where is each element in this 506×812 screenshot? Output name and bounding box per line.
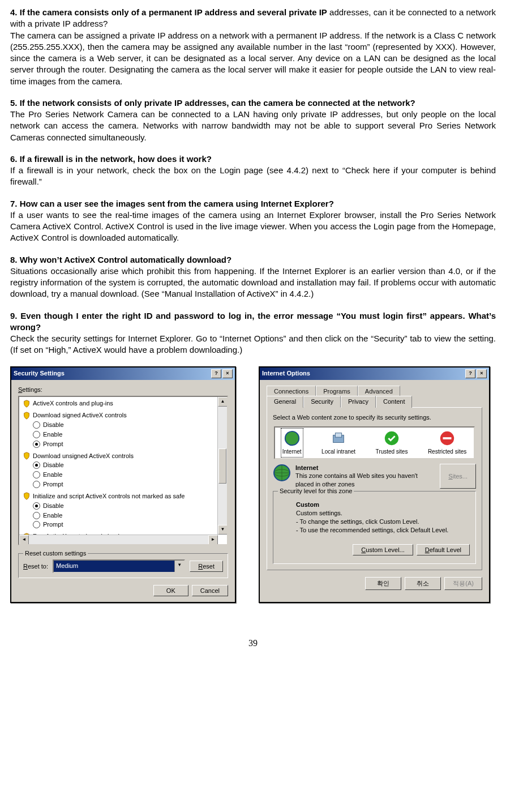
close-icon[interactable]: × bbox=[222, 369, 233, 378]
q4-title-bold: 4. If the camera consists only of a perm… bbox=[10, 7, 327, 17]
q6-body: If a firewall is in your network, check … bbox=[10, 165, 496, 188]
tab-security[interactable]: Security bbox=[303, 396, 341, 408]
reset-level-value: Medium bbox=[54, 561, 174, 572]
svg-rect-6 bbox=[443, 437, 452, 439]
faq-item-4: 4. If the camera consists only of a perm… bbox=[10, 7, 496, 87]
tab-programs[interactable]: Programs bbox=[316, 386, 358, 397]
security-tab-panel: Select a Web content zone to specify its… bbox=[267, 407, 482, 570]
radio-icon bbox=[33, 421, 40, 429]
scroll-right-icon[interactable]: ► bbox=[208, 535, 218, 545]
default-level-button[interactable]: Default Level bbox=[417, 544, 470, 555]
custom-level-button[interactable]: Custom Level... bbox=[353, 544, 413, 555]
zone-internet[interactable]: Internet bbox=[282, 430, 302, 456]
scroll-down-icon[interactable]: ▼ bbox=[218, 525, 228, 535]
q7-title: 7. How can a user see the images sent fr… bbox=[10, 198, 496, 210]
q7-body: If a user wants to see the real-time ima… bbox=[10, 210, 496, 244]
zone-list: InternetLocal intranetTrusted sitesRestr… bbox=[274, 426, 475, 459]
radio-icon bbox=[33, 521, 40, 528]
cancel-button[interactable]: 취소 bbox=[405, 577, 441, 590]
dialog-screenshots: Security Settings ? × Settings: ActiveX … bbox=[10, 366, 496, 604]
apply-button: 적용(A) bbox=[444, 577, 482, 590]
setting-group: ActiveX controls and plug-ins bbox=[23, 399, 224, 408]
scroll-left-icon[interactable]: ◄ bbox=[19, 535, 29, 545]
settings-listbox[interactable]: ActiveX controls and plug-insDownload si… bbox=[18, 396, 228, 545]
setting-group: Download unsigned ActiveX controls bbox=[23, 452, 224, 460]
tab-row-front: GeneralSecurityPrivacyContent bbox=[267, 396, 482, 408]
page-number: 39 bbox=[10, 637, 496, 649]
radio-option[interactable]: Enable bbox=[33, 471, 224, 479]
q5-title: 5. If the network consists of only priva… bbox=[10, 97, 496, 109]
zone-local-intranet[interactable]: Local intranet bbox=[321, 430, 355, 456]
radio-icon bbox=[33, 441, 40, 448]
shield-icon bbox=[23, 400, 31, 408]
radio-icon bbox=[33, 512, 40, 519]
q9-body: Check the security settings for Internet… bbox=[10, 333, 496, 356]
close-icon[interactable]: × bbox=[477, 369, 487, 378]
faq-item-5: 5. If the network consists of only priva… bbox=[10, 97, 496, 143]
reset-button[interactable]: Reset bbox=[190, 561, 223, 572]
faq-item-6: 6. If a firewall is in the network, how … bbox=[10, 153, 496, 188]
faq-item-8: 8. Why won’t ActiveX Control automatical… bbox=[10, 254, 496, 300]
scroll-thumb[interactable] bbox=[218, 448, 226, 484]
zone-description: Internet This zone contains all Web site… bbox=[273, 464, 476, 489]
reset-level-combo[interactable]: Medium ▼ bbox=[53, 559, 185, 573]
zone-prompt: Select a Web content zone to specify its… bbox=[273, 413, 476, 422]
settings-label: Settings: bbox=[18, 386, 228, 394]
zone-icon bbox=[439, 430, 456, 447]
radio-option[interactable]: Disable bbox=[33, 502, 224, 510]
security-level-fieldset: Security level for this zone Custom Cust… bbox=[273, 491, 476, 564]
custom-line1: Custom settings. bbox=[296, 509, 470, 518]
faq-item-7: 7. How can a user see the images sent fr… bbox=[10, 198, 496, 244]
radio-icon bbox=[33, 481, 40, 488]
shield-icon bbox=[23, 452, 31, 460]
radio-option[interactable]: Prompt bbox=[33, 520, 224, 529]
radio-icon bbox=[33, 461, 40, 469]
sites-button: Sites... bbox=[440, 464, 476, 489]
ok-button[interactable]: OK bbox=[153, 585, 188, 596]
titlebar: Security Settings ? × bbox=[11, 367, 235, 380]
custom-line2: - To change the settings, click Custom L… bbox=[296, 518, 470, 526]
zone-icon bbox=[383, 430, 400, 447]
radio-option[interactable]: Enable bbox=[33, 430, 224, 439]
help-icon[interactable]: ? bbox=[211, 369, 221, 378]
cancel-button[interactable]: Cancel bbox=[192, 585, 228, 596]
svg-rect-3 bbox=[335, 433, 341, 438]
scrollbar-horizontal[interactable]: ◄ ► bbox=[19, 535, 218, 544]
internet-options-dialog: Internet Options ? × ConnectionsPrograms… bbox=[259, 366, 490, 604]
chevron-down-icon[interactable]: ▼ bbox=[174, 561, 184, 572]
zone-restricted-sites[interactable]: Restricted sites bbox=[428, 430, 466, 456]
custom-label: Custom bbox=[296, 501, 470, 509]
q9-title: 9. Even though I enter the right ID and … bbox=[10, 310, 496, 334]
scroll-up-icon[interactable]: ▲ bbox=[218, 397, 228, 407]
ok-button[interactable]: 확인 bbox=[365, 577, 401, 590]
setting-group: Initialize and script ActiveX controls n… bbox=[23, 492, 224, 501]
faq-item-9: 9. Even though I enter the right ID and … bbox=[10, 310, 496, 356]
dialog-title: Internet Options bbox=[262, 369, 310, 378]
tab-privacy[interactable]: Privacy bbox=[341, 396, 376, 408]
radio-option[interactable]: Enable bbox=[33, 511, 224, 520]
q6-title: 6. If a firewall is in the network, how … bbox=[10, 153, 496, 165]
radio-option[interactable]: Prompt bbox=[33, 440, 224, 448]
shield-icon bbox=[23, 492, 31, 500]
reset-to-label: Reset to: bbox=[23, 562, 48, 571]
zone-desc-text: This zone contains all Web sites you hav… bbox=[295, 472, 435, 489]
zone-trusted-sites[interactable]: Trusted sites bbox=[376, 430, 408, 456]
radio-option[interactable]: Prompt bbox=[33, 480, 224, 489]
radio-option[interactable]: Disable bbox=[33, 461, 224, 469]
titlebar: Internet Options ? × bbox=[260, 367, 489, 380]
tab-connections[interactable]: Connections bbox=[267, 386, 316, 397]
radio-option[interactable]: Disable bbox=[33, 421, 224, 429]
reset-fieldset: Reset custom settings Reset to: Medium ▼… bbox=[18, 553, 228, 578]
reset-legend: Reset custom settings bbox=[23, 549, 88, 558]
tab-content[interactable]: Content bbox=[376, 396, 413, 408]
security-settings-dialog: Security Settings ? × Settings: ActiveX … bbox=[10, 366, 236, 604]
tab-advanced[interactable]: Advanced bbox=[358, 386, 400, 397]
q8-title: 8. Why won’t ActiveX Control automatical… bbox=[10, 254, 496, 266]
q8-body: Situations occasionally arise which proh… bbox=[10, 266, 496, 300]
shield-icon bbox=[23, 412, 31, 420]
tab-general[interactable]: General bbox=[267, 396, 303, 408]
help-icon[interactable]: ? bbox=[465, 369, 475, 378]
q4-body: The camera can be assigned a private IP … bbox=[10, 30, 496, 87]
zone-icon bbox=[330, 430, 347, 447]
scrollbar-vertical[interactable]: ▲ ▼ bbox=[217, 397, 227, 535]
